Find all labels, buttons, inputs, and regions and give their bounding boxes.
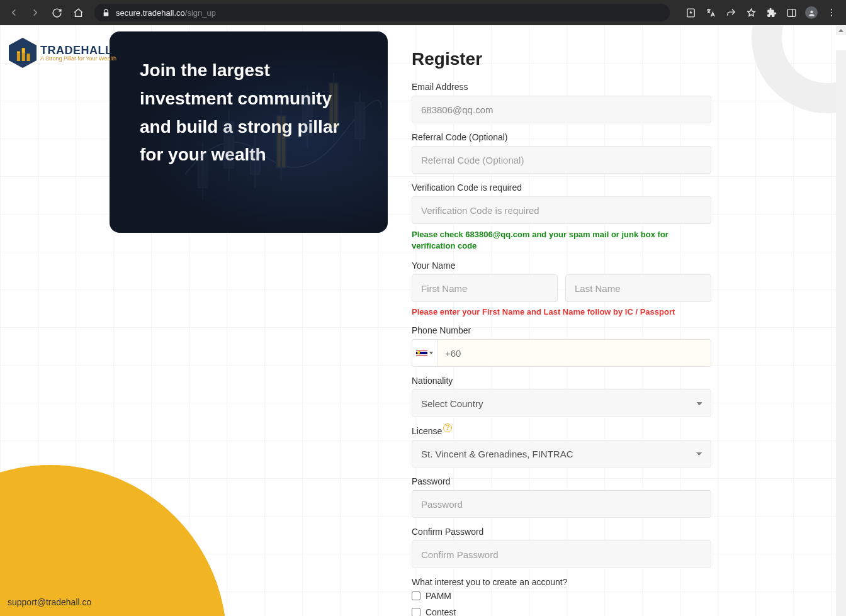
interest-pamm-label: PAMM (426, 591, 451, 601)
install-app-icon[interactable] (681, 4, 700, 21)
interest-contest-checkbox[interactable] (412, 608, 420, 616)
referral-label: Referral Code (Optional) (412, 132, 711, 142)
interest-contest-label: Contest (426, 607, 456, 616)
password-input[interactable] (412, 490, 711, 518)
nationality-select[interactable]: Select Country (412, 389, 711, 417)
extensions-icon[interactable] (762, 4, 781, 21)
browser-chrome: secure.tradehall.co/sign_up (0, 0, 846, 25)
brand-logo[interactable]: TRADEHALL A Strong Pillar for Your Wealt… (9, 38, 116, 68)
profile-icon[interactable] (802, 4, 821, 21)
address-bar[interactable]: secure.tradehall.co/sign_up (94, 4, 670, 21)
svg-point-4 (831, 12, 832, 13)
scrollbar-track[interactable] (836, 50, 846, 616)
verification-code-label: Verification Code is required (412, 182, 711, 193)
forward-icon[interactable] (26, 4, 44, 21)
verification-code-input[interactable] (412, 196, 711, 224)
interest-pamm-checkbox[interactable] (412, 591, 420, 600)
chevron-down-icon (429, 352, 433, 354)
brand-tagline: A Strong Pillar for Your Wealth (40, 56, 116, 62)
last-name-input[interactable] (565, 274, 711, 302)
url-host: secure.tradehall.co (116, 8, 185, 18)
flag-malaysia-icon (416, 350, 427, 356)
interest-label: What interest you to create an account? (412, 577, 711, 587)
svg-point-5 (831, 15, 832, 16)
kebab-menu-icon[interactable] (822, 4, 841, 21)
reload-icon[interactable] (48, 4, 65, 21)
register-form: Register Email Address Referral Code (Op… (412, 49, 711, 616)
svg-point-3 (831, 9, 832, 10)
referral-input[interactable] (412, 146, 711, 174)
logo-shield-icon (9, 38, 37, 68)
nationality-label: Nationality (412, 376, 711, 386)
country-code-select[interactable] (412, 339, 437, 367)
back-icon[interactable] (5, 4, 23, 21)
home-icon[interactable] (69, 4, 87, 21)
phone-input[interactable] (437, 339, 711, 367)
phone-label: Phone Number (412, 325, 711, 335)
license-select[interactable]: St. Vincent & Grenadines, FINTRAC (412, 440, 711, 468)
url-path: /sign_up (185, 8, 216, 18)
support-email[interactable]: support@tradehall.co (8, 597, 91, 607)
email-input[interactable] (412, 96, 711, 123)
hero-panel: Join the largest investment community an… (110, 31, 388, 233)
verification-note: Please check 683806@qq.com and your spam… (412, 229, 711, 252)
translate-icon[interactable] (701, 4, 720, 21)
confirm-password-label: Confirm Password (412, 527, 711, 537)
svg-rect-1 (787, 9, 796, 16)
side-panel-icon[interactable] (782, 4, 801, 21)
name-label: Your Name (412, 260, 711, 271)
share-icon[interactable] (721, 4, 740, 21)
confirm-password-input[interactable] (412, 540, 711, 568)
help-icon[interactable]: ? (443, 423, 452, 432)
candlestick-art-icon (185, 57, 381, 227)
bookmark-star-icon[interactable] (742, 4, 760, 21)
name-note: Please enter your First Name and Last Na… (412, 307, 711, 316)
license-label: License (412, 426, 442, 436)
svg-point-2 (810, 10, 813, 13)
brand-name: TRADEHALL (40, 45, 116, 56)
password-label: Password (412, 476, 711, 486)
email-label: Email Address (412, 82, 711, 92)
lock-icon (102, 9, 111, 17)
first-name-input[interactable] (412, 274, 558, 302)
form-title: Register (412, 49, 711, 69)
